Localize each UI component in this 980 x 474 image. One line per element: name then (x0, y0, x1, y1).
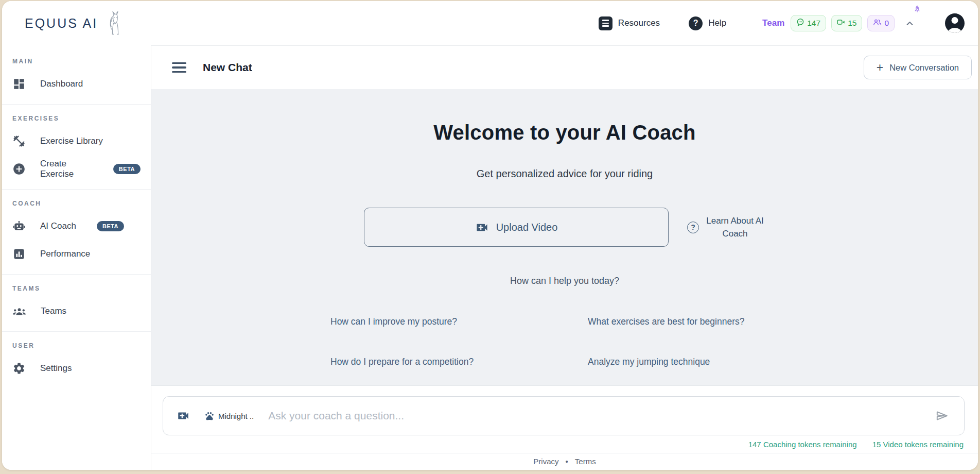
chat-title: New Chat (203, 61, 252, 74)
send-icon (934, 409, 950, 422)
team-members-badge: 0 (867, 15, 895, 31)
dashboard-icon (12, 77, 26, 91)
new-conversation-label: New Conversation (889, 63, 959, 73)
sidebar-item-performance[interactable]: Performance (2, 240, 151, 268)
chat-header: New Chat + New Conversation (151, 46, 978, 89)
suggestion-grid: How can I improve my posture? What exerc… (330, 316, 799, 367)
video-tokens-remaining: 15 Video tokens remaining (872, 440, 964, 449)
sidebar-item-ai-coach[interactable]: AI Coach BETA (2, 212, 151, 240)
rocket-icon (913, 5, 921, 16)
sidebar-item-label: Performance (40, 249, 90, 259)
new-conversation-button[interactable]: + New Conversation (864, 56, 972, 79)
chevron-up-icon (906, 21, 914, 26)
video-tokens-count: 15 (848, 19, 856, 28)
sidebar-item-label: Exercise Library (40, 136, 103, 146)
coaching-tokens-badge: 147 (791, 15, 826, 31)
question-input[interactable] (268, 410, 925, 422)
suggestion-posture[interactable]: How can I improve my posture? (330, 316, 541, 327)
resources-label: Resources (618, 18, 660, 28)
chat-input-box: Midnight .. (163, 396, 965, 435)
sidebar-section-exercises: EXERCISES Exercise Library Create Exerci… (2, 105, 151, 190)
footer-separator: • (566, 457, 568, 466)
section-title: MAIN (2, 58, 151, 65)
learn-about-label: Learn About AI Coach (705, 214, 765, 241)
plus-icon: + (877, 62, 883, 74)
suggestion-beginner-exercises[interactable]: What exercises are best for beginners? (588, 316, 799, 327)
video-camera-icon (837, 18, 845, 28)
sidebar-item-dashboard[interactable]: Dashboard (2, 70, 151, 98)
header-actions: Resources ? Help Team 147 (599, 13, 965, 33)
suggestion-competition-prep[interactable]: How do I prepare for a competition? (330, 357, 541, 367)
paw-icon (204, 411, 215, 421)
section-title: USER (2, 342, 151, 349)
sidebar-item-settings[interactable]: Settings (2, 354, 151, 382)
sidebar-section-teams: TEAMS Teams (2, 275, 151, 332)
app-window: EQUUS AI Resources (2, 1, 978, 470)
sidebar-item-exercise-library[interactable]: Exercise Library (2, 127, 151, 155)
robot-icon (12, 219, 26, 233)
help-label: Help (708, 18, 726, 28)
sidebar-item-label: Settings (40, 363, 72, 374)
sidebar-section-user: USER Settings (2, 332, 151, 388)
sidebar-item-label: Create Exercise (40, 159, 93, 179)
help-button[interactable]: ? Help (689, 16, 726, 30)
avatar-head (952, 17, 958, 24)
add-circle-icon (12, 162, 26, 176)
chat-input-section: Midnight .. 147 Coaching tokens remainin… (151, 386, 978, 453)
help-icon: ? (689, 16, 703, 30)
privacy-link[interactable]: Privacy (533, 457, 558, 466)
people-icon (12, 304, 26, 318)
brand-name: EQUUS AI (25, 16, 98, 31)
video-tokens-badge: 15 (831, 15, 862, 31)
section-title: TEAMS (2, 285, 151, 292)
footer: Privacy • Terms (151, 453, 978, 470)
coaching-tokens-remaining: 147 Coaching tokens remaining (748, 440, 857, 449)
video-plus-icon (475, 221, 489, 234)
bar-chart-icon (12, 247, 26, 261)
gear-icon (12, 362, 26, 375)
sidebar-item-label: AI Coach (40, 221, 76, 231)
welcome-panel: Welcome to your AI Coach Get personalize… (151, 89, 978, 386)
chat-bubble-icon (796, 18, 804, 28)
horse-selector[interactable]: Midnight .. (204, 411, 254, 421)
people-pair-icon (873, 18, 882, 28)
beta-badge: BETA (113, 164, 141, 174)
horse-logo-icon (102, 9, 129, 38)
brand-logo[interactable]: EQUUS AI (25, 9, 129, 38)
section-title: EXERCISES (2, 115, 151, 122)
team-members-count: 0 (884, 19, 889, 28)
beta-badge: BETA (97, 221, 124, 231)
team-label: Team (762, 18, 784, 28)
upload-video-button[interactable]: Upload Video (364, 208, 669, 247)
suggestion-jumping-analysis[interactable]: Analyze my jumping technique (588, 357, 799, 367)
resources-button[interactable]: Resources (599, 16, 660, 30)
chat-main: New Chat + New Conversation Welcome to y… (151, 45, 978, 470)
sidebar-item-label: Dashboard (40, 79, 83, 89)
usage-collapse-chevron[interactable] (904, 18, 915, 29)
sidebar: MAIN Dashboard EXERCISES Exercise Librar… (2, 45, 151, 470)
dumbbell-icon (12, 134, 26, 148)
user-avatar[interactable] (945, 13, 965, 33)
upload-video-label: Upload Video (496, 222, 558, 233)
section-title: COACH (2, 200, 151, 207)
menu-icon[interactable] (172, 60, 186, 75)
top-header: EQUUS AI Resources (2, 1, 978, 45)
attach-video-icon[interactable] (177, 409, 190, 422)
learn-about-link[interactable]: ? Learn About AI Coach (687, 214, 765, 241)
team-usage-widget: Team 147 (762, 15, 915, 31)
send-button[interactable] (933, 408, 951, 424)
prompt-question: How can I help you today? (510, 276, 619, 286)
avatar-bust (949, 28, 961, 33)
sidebar-item-teams[interactable]: Teams (2, 297, 151, 325)
sidebar-item-create-exercise[interactable]: Create Exercise BETA (2, 155, 151, 183)
sidebar-section-main: MAIN Dashboard (2, 47, 151, 105)
terms-link[interactable]: Terms (575, 457, 596, 466)
welcome-subtitle: Get personalized advice for your riding (477, 168, 653, 180)
welcome-title: Welcome to your AI Coach (433, 121, 695, 144)
sidebar-section-coach: COACH AI Coach BETA (2, 190, 151, 275)
resources-icon (599, 16, 612, 30)
horse-selector-value: Midnight .. (218, 412, 254, 420)
question-circle-icon: ? (687, 222, 699, 233)
coaching-tokens-count: 147 (807, 19, 820, 28)
token-status-row: 147 Coaching tokens remaining 15 Video t… (163, 440, 965, 449)
